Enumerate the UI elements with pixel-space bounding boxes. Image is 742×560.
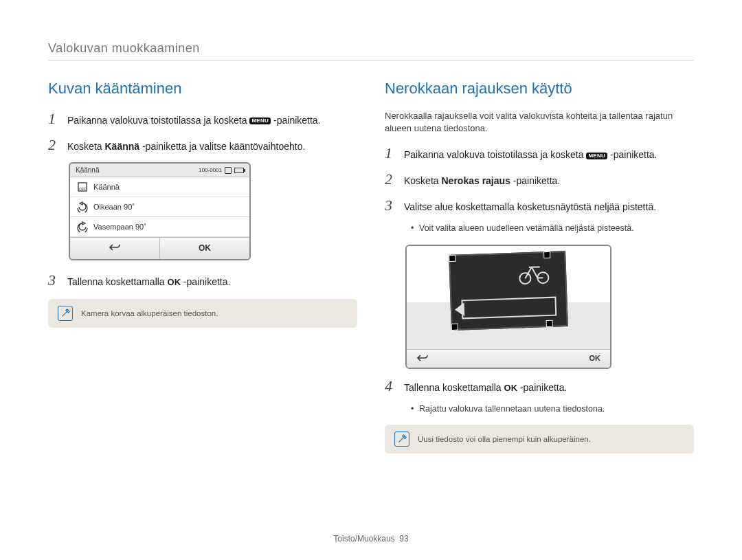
mockup-footer: OK (70, 237, 249, 259)
left-heading: Kuvan kääntäminen (48, 80, 357, 98)
step-number: 1 (48, 110, 60, 128)
step-1: 1 Paikanna valokuva toistotilassa ja kos… (385, 144, 694, 162)
step-text: Tallenna koskettamalla OK -painiketta. (404, 381, 694, 395)
text-post: -painiketta. (183, 276, 230, 287)
rotate-ccw-icon (77, 221, 88, 232)
step-text: Valitse alue koskettamalla kosketusnäytö… (404, 201, 694, 214)
mockup-footer: OK (407, 349, 610, 368)
step-number: 2 (48, 136, 60, 154)
step-text: Kosketa Käännä -painiketta ja valitse kä… (67, 140, 357, 154)
step-text: Paikanna valokuva toistotilassa ja koske… (67, 114, 357, 128)
bullet-list: Rajattu valokuva tallennetaan uutena tie… (411, 403, 694, 416)
step-text: Paikanna valokuva toistotilassa ja koske… (404, 148, 694, 162)
ok-label: OK (504, 383, 518, 393)
right-column: Nerokkaan rajauksen käyttö Nerokkaalla r… (385, 80, 694, 460)
back-arrow-icon (416, 354, 429, 362)
note-text: Uusi tiedosto voi olla pienempi kuin alk… (418, 435, 591, 443)
bullet-item: Voit valita alueen uudelleen vetämällä n… (411, 223, 694, 235)
back-button[interactable] (407, 350, 438, 368)
note-box: Kamera korvaa alkuperäisen tiedoston. (48, 299, 357, 328)
text-pre: Paikanna valokuva toistotilassa ja koske… (404, 149, 586, 160)
columns: Kuvan kääntäminen 1 Paikanna valokuva to… (48, 80, 694, 460)
step-3: 3 Tallenna koskettamalla OK -painiketta. (48, 271, 357, 289)
page-number: 93 (399, 534, 408, 544)
text-post: -painiketta ja valitse kääntövaihtoehto. (142, 141, 305, 152)
sign-graphic (449, 251, 568, 331)
text-pre: Tallenna koskettamalla (404, 382, 504, 393)
mockup-body (407, 246, 610, 349)
rotate-cw-icon (77, 201, 88, 212)
intro-text: Nerokkaalla rajauksella voit valita valo… (385, 110, 694, 135)
text-pre: Kosketa (404, 175, 441, 186)
text-bold: Käännä (104, 141, 139, 152)
text-bold: Nerokas rajaus (441, 175, 510, 186)
step-number: 1 (385, 144, 397, 162)
step-number: 2 (385, 170, 397, 188)
ok-button[interactable]: OK (160, 238, 249, 259)
step-2: 2 Kosketa Käännä -painiketta ja valitse … (48, 136, 357, 154)
step-text: Kosketa Nerokas rajaus -painiketta. (404, 175, 694, 188)
step-number: 3 (385, 197, 397, 214)
list-item-label: Käännä (93, 183, 120, 191)
bullet-item: Rajattu valokuva tallennetaan uutena tie… (411, 403, 694, 416)
text-post: -painiketta. (513, 175, 560, 186)
mockup-title: Käännä (76, 166, 99, 174)
battery-icon (234, 168, 244, 173)
section-header: Valokuvan muokkaaminen (48, 41, 694, 60)
ok-button[interactable]: OK (580, 350, 611, 368)
footer-section: Toisto/Muokkaus (333, 534, 394, 544)
note-text: Kamera korvaa alkuperäisen tiedoston. (81, 309, 218, 317)
list-item[interactable]: OFF Käännä (70, 177, 249, 197)
text-pre: Kosketa (67, 141, 104, 152)
svg-text:OFF: OFF (79, 187, 86, 191)
sd-card-icon (225, 167, 232, 174)
menu-icon: MENU (249, 117, 271, 124)
list-item[interactable]: Vasempaan 90˚ (70, 217, 249, 237)
note-box: Uusi tiedosto voi olla pienempi kuin alk… (385, 425, 694, 453)
crop-screen-mockup: OK (405, 245, 611, 369)
mockup-status: 100-0001 (199, 167, 244, 174)
step-2: 2 Kosketa Nerokas rajaus -painiketta. (385, 170, 694, 188)
text-pre: Tallenna koskettamalla (67, 276, 168, 287)
counter-text: 100-0001 (199, 167, 222, 173)
mockup-header: Käännä 100-0001 (70, 164, 249, 177)
step-4: 4 Tallenna koskettamalla OK -painiketta. (385, 377, 694, 395)
mockup-list: OFF Käännä Oikeaan 90˚ Va (70, 177, 249, 237)
crop-handle[interactable] (451, 323, 458, 330)
back-arrow-icon (109, 243, 121, 251)
ok-label: OK (168, 277, 181, 287)
step-1: 1 Paikanna valokuva toistotilassa ja kos… (48, 110, 357, 128)
left-arrow-icon (461, 296, 556, 319)
step-3: 3 Valitse alue koskettamalla kosketusnäy… (385, 197, 694, 214)
page-footer: Toisto/Muokkaus 93 (0, 534, 742, 544)
right-heading: Nerokkaan rajauksen käyttö (385, 80, 694, 98)
left-column: Kuvan kääntäminen 1 Paikanna valokuva to… (48, 80, 357, 460)
list-item-label: Vasempaan 90˚ (93, 223, 146, 231)
crop-handle[interactable] (449, 255, 456, 262)
step-number: 4 (385, 377, 397, 395)
text-post: -painiketta. (610, 149, 657, 160)
crop-handle[interactable] (546, 320, 553, 327)
text-post: -painiketta. (520, 382, 567, 393)
rotate-screen-mockup: Käännä 100-0001 OFF Käännä (69, 162, 251, 260)
list-item[interactable]: Oikeaan 90˚ (70, 197, 249, 217)
note-icon (58, 306, 73, 321)
menu-icon: MENU (586, 153, 607, 159)
bicycle-icon (517, 261, 552, 286)
page: Valokuvan muokkaaminen Kuvan kääntäminen… (0, 0, 742, 481)
text-post: -painiketta. (273, 115, 320, 126)
back-button[interactable] (70, 238, 160, 259)
bullet-list: Voit valita alueen uudelleen vetämällä n… (411, 223, 694, 235)
step-text: Tallenna koskettamalla OK -painiketta. (67, 276, 357, 289)
rotate-off-icon: OFF (77, 181, 88, 192)
step-number: 3 (48, 271, 60, 289)
note-icon (394, 432, 409, 447)
crop-handle[interactable] (543, 251, 550, 258)
text-pre: Paikanna valokuva toistotilassa ja koske… (67, 115, 249, 126)
list-item-label: Oikeaan 90˚ (93, 203, 135, 211)
